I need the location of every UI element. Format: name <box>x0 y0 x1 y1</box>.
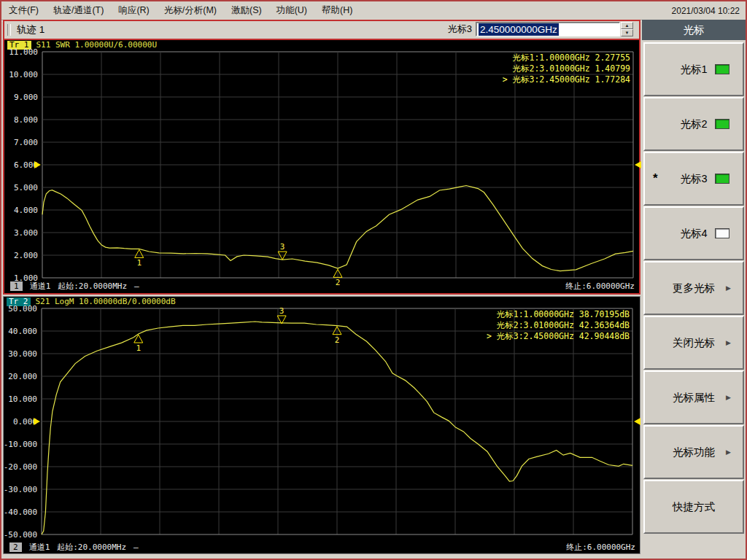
menu-item-5[interactable]: 功能(U) <box>269 2 314 19</box>
frequency-spinner: ▲ ▼ <box>621 22 633 36</box>
spinner-down-button[interactable]: ▼ <box>621 29 633 36</box>
marker-field-label: 光标3 <box>448 23 472 36</box>
marker-number: 2 <box>335 335 340 345</box>
lower-chart-header: Tr 2 S21 LogM 10.00000dB/0.00000dB <box>4 297 640 306</box>
marker-readout: 光标1:1.00000GHz 2.27755 <box>513 52 630 63</box>
sweep-indicator: — <box>133 542 139 552</box>
sidebar-button-label: 关闭光标 <box>673 336 715 350</box>
marker-triangle <box>135 249 144 257</box>
sidebar-button-5[interactable]: 关闭光标▶ <box>643 316 744 370</box>
y-axis-tick-label: 4.000 <box>14 206 38 215</box>
sidebar-button-label: 光标2 <box>680 117 707 131</box>
y-axis-tick-label: 5.000 <box>14 183 38 192</box>
y-axis-tick-label: 10.000 <box>9 70 38 79</box>
logmag-plot[interactable]: 50.00040.00030.00020.00010.0000.000-10.0… <box>4 306 638 541</box>
sidebar-button-label: 光标3 <box>680 172 707 186</box>
y-axis-tick-label: 3.000 <box>14 228 38 238</box>
toolbar-grip <box>7 24 11 36</box>
sidebar-button-label: 光标功能 <box>673 446 715 459</box>
softkey-sidebar: 光标 光标1光标2*光标3光标4更多光标▶关闭光标▶光标属性▶光标功能▶快捷方式 <box>642 20 746 559</box>
y-axis-tick-label: 9.000 <box>14 93 38 102</box>
channel-label: 通道1 <box>30 281 51 292</box>
menu-item-3[interactable]: 光标/分析(M) <box>157 2 224 19</box>
start-frequency-label: 起始:20.0000MHz <box>58 281 127 292</box>
marker-triangle <box>278 252 287 260</box>
y-axis-tick-label: 30.000 <box>8 349 37 359</box>
marker-number: 3 <box>280 242 285 252</box>
datetime-display: 2021/03/04 10:22 <box>672 6 746 16</box>
sidebar-button-7[interactable]: 光标功能▶ <box>643 425 744 479</box>
y-axis-tick-label: 50.000 <box>8 304 37 314</box>
sidebar-title: 光标 <box>642 20 746 40</box>
active-trace-window: 轨迹 1 光标3 2.450000000GHz ▲ ▼ Tr 1 S11 SWR… <box>3 20 640 295</box>
stop-frequency-label: 终止:6.00000GHz <box>566 542 635 553</box>
sidebar-button-6[interactable]: 光标属性▶ <box>643 370 744 424</box>
marker-readout: 光标2:3.01000GHz 42.36364dB <box>497 320 630 330</box>
submenu-arrow-icon: ▶ <box>726 448 731 456</box>
y-axis-tick-label: 20.000 <box>8 372 37 381</box>
marker-led-indicator <box>715 228 729 238</box>
menu-bar-items: 文件(F)轨迹/通道(T)响应(R)光标/分析(M)激励(S)功能(U)帮助(H… <box>1 2 360 19</box>
y-axis-tick-label: 11.000 <box>9 47 38 57</box>
sidebar-button-2[interactable]: *光标3 <box>643 152 744 206</box>
swr-plot[interactable]: 11.00010.0009.0008.0007.0006.0005.0004.0… <box>4 50 639 280</box>
sidebar-button-list: 光标1光标2*光标3光标4更多光标▶关闭光标▶光标属性▶光标功能▶快捷方式 <box>642 40 746 534</box>
ref-level-arrow-right <box>634 418 640 425</box>
lower-chart-status-bar: 2 通道1 起始:20.0000MHz — 终止:6.00000GHz <box>4 541 640 553</box>
vna-application-window: 文件(F)轨迹/通道(T)响应(R)光标/分析(M)激励(S)功能(U)帮助(H… <box>0 0 747 560</box>
channel-badge: 2 <box>9 542 22 552</box>
sidebar-button-0[interactable]: 光标1 <box>643 42 744 96</box>
lower-chart-panel: Tr 2 S21 LogM 10.00000dB/0.00000dB 50.00… <box>3 296 640 554</box>
marker-readout: > 光标3:2.45000GHz 42.90448dB <box>487 331 630 341</box>
y-axis-tick-label: 10.000 <box>8 394 37 404</box>
submenu-arrow-icon: ▶ <box>726 339 731 346</box>
y-axis-tick-label: -30.000 <box>4 485 37 494</box>
menu-item-0[interactable]: 文件(F) <box>1 2 46 19</box>
sidebar-button-label: 光标属性 <box>673 391 715 405</box>
upper-chart-status-bar: 1 通道1 起始:20.0000MHz — 终止:6.00000GHz <box>4 280 639 292</box>
ref-level-arrow-right <box>635 161 641 168</box>
y-axis-tick-label: 2.000 <box>14 251 38 260</box>
y-axis-tick-label: -50.000 <box>4 530 37 540</box>
menu-item-1[interactable]: 轨迹/通道(T) <box>46 2 111 19</box>
marker-led-indicator <box>715 174 729 184</box>
menu-item-2[interactable]: 响应(R) <box>111 2 156 19</box>
trace-toolbar: 轨迹 1 光标3 2.450000000GHz ▲ ▼ <box>4 21 639 40</box>
start-frequency-label: 起始:20.0000MHz <box>57 542 126 553</box>
marker-number: 1 <box>136 343 141 353</box>
marker-readout: 光标1:1.00000GHz 38.70195dB <box>497 309 630 319</box>
y-axis-tick-label: 8.000 <box>14 115 38 125</box>
marker-number: 3 <box>279 306 285 316</box>
sidebar-button-label: 更多光标 <box>673 281 715 295</box>
marker-number: 1 <box>136 258 142 268</box>
submenu-arrow-icon: ▶ <box>726 284 731 292</box>
sidebar-button-1[interactable]: 光标2 <box>643 97 744 151</box>
marker-readout: 光标2:3.01000GHz 1.40799 <box>513 63 631 74</box>
sweep-indicator: — <box>134 281 139 291</box>
active-marker-star: * <box>653 171 658 186</box>
y-axis-tick-label: 7.000 <box>14 138 38 147</box>
y-axis-tick-label: -20.000 <box>4 462 37 472</box>
stop-frequency-label: 终止:6.00000GHz <box>565 281 635 292</box>
marker-frequency-value: 2.450000000GHz <box>479 23 559 36</box>
upper-chart-panel: Tr 1 S11 SWR 1.00000U/6.00000U 11.00010.… <box>4 40 639 293</box>
marker-number: 2 <box>336 278 341 287</box>
y-axis-tick-label: 40.000 <box>8 327 37 336</box>
marker-frequency-input[interactable]: 2.450000000GHz <box>476 22 620 36</box>
menu-item-4[interactable]: 激励(S) <box>224 2 269 19</box>
trace-window-title: 轨迹 1 <box>17 23 44 36</box>
y-axis-tick-label: -40.000 <box>4 508 37 517</box>
menu-bar: 文件(F)轨迹/通道(T)响应(R)光标/分析(M)激励(S)功能(U)帮助(H… <box>1 1 746 20</box>
menu-item-6[interactable]: 帮助(H) <box>314 2 360 19</box>
submenu-arrow-icon: ▶ <box>726 394 731 401</box>
spinner-up-button[interactable]: ▲ <box>621 22 633 29</box>
channel-label: 通道1 <box>29 542 50 553</box>
sidebar-button-8[interactable]: 快捷方式 <box>643 480 744 534</box>
upper-chart-header: Tr 1 S11 SWR 1.00000U/6.00000U <box>4 40 639 50</box>
sidebar-button-label: 光标1 <box>680 63 707 77</box>
y-axis-tick-label: -10.000 <box>4 440 37 449</box>
marker-frequency-entry: 光标3 2.450000000GHz ▲ ▼ <box>448 22 633 36</box>
sidebar-button-3[interactable]: 光标4 <box>643 206 744 260</box>
marker-led-indicator <box>715 64 729 74</box>
sidebar-button-4[interactable]: 更多光标▶ <box>643 261 744 315</box>
